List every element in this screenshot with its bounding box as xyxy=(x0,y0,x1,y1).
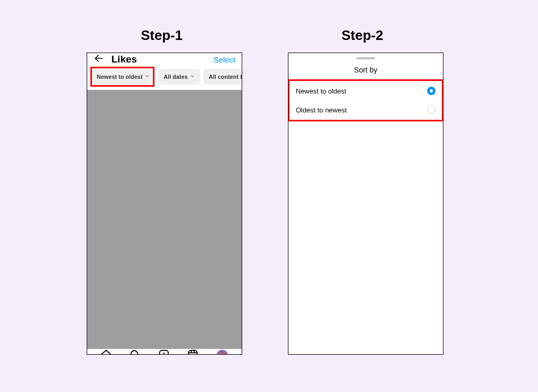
grid-cell[interactable] xyxy=(139,90,190,141)
dates-filter-label: All dates xyxy=(163,74,188,80)
sort-filter-label: Newest to oldest xyxy=(97,74,142,80)
grid-cell[interactable] xyxy=(87,194,138,245)
likes-header: Likes Select xyxy=(87,53,242,66)
search-icon[interactable] xyxy=(129,349,141,355)
step1-label: Step-1 xyxy=(141,27,182,44)
grid-cell[interactable] xyxy=(191,90,242,141)
grid-cell[interactable] xyxy=(139,298,190,349)
chevron-down-icon xyxy=(190,74,195,80)
step2-label: Step-2 xyxy=(342,27,383,44)
types-filter-chip[interactable]: All content types xyxy=(203,69,242,85)
phone-step2: Sort by Newest to oldest Oldest to newes… xyxy=(288,53,443,355)
grid-cell[interactable] xyxy=(191,194,242,245)
grid-cell[interactable] xyxy=(139,194,190,245)
bottom-nav xyxy=(87,349,242,355)
grid-cell[interactable] xyxy=(191,142,242,193)
grid-cell[interactable] xyxy=(87,142,138,193)
sort-options: Newest to oldest Oldest to newest xyxy=(288,81,443,119)
svg-point-1 xyxy=(131,350,138,355)
radio-selected-icon[interactable] xyxy=(427,87,436,95)
select-button[interactable]: Select xyxy=(213,55,235,64)
grid-cell[interactable] xyxy=(87,298,138,349)
grid-cell[interactable] xyxy=(87,246,138,297)
sort-by-title: Sort by xyxy=(288,64,443,81)
sort-option-newest[interactable]: Newest to oldest xyxy=(288,81,443,100)
sort-filter-chip[interactable]: Newest to oldest xyxy=(91,69,155,85)
option-label: Newest to oldest xyxy=(296,87,346,95)
likes-grid[interactable] xyxy=(87,90,242,349)
chevron-down-icon xyxy=(144,74,150,80)
profile-avatar[interactable] xyxy=(216,349,229,355)
create-post-icon[interactable] xyxy=(158,349,170,355)
phone-step1: Likes Select Newest to oldest All dates … xyxy=(87,53,242,355)
page-title: Likes xyxy=(111,54,137,65)
grid-cell[interactable] xyxy=(191,298,242,349)
back-arrow-icon[interactable] xyxy=(94,53,104,66)
drag-handle-icon[interactable] xyxy=(356,57,375,59)
filter-row: Newest to oldest All dates All content t… xyxy=(87,66,242,90)
reels-icon[interactable] xyxy=(187,349,199,355)
home-icon[interactable] xyxy=(100,349,112,355)
types-filter-label: All content types xyxy=(209,74,242,80)
grid-cell[interactable] xyxy=(139,142,190,193)
sort-option-oldest[interactable]: Oldest to newest xyxy=(288,100,443,119)
radio-unselected-icon[interactable] xyxy=(427,106,436,114)
option-label: Oldest to newest xyxy=(296,106,347,114)
grid-cell[interactable] xyxy=(139,246,190,297)
grid-cell[interactable] xyxy=(191,246,242,297)
sheet-handle-row xyxy=(288,53,443,64)
grid-cell[interactable] xyxy=(87,90,138,141)
dates-filter-chip[interactable]: All dates xyxy=(158,69,200,85)
